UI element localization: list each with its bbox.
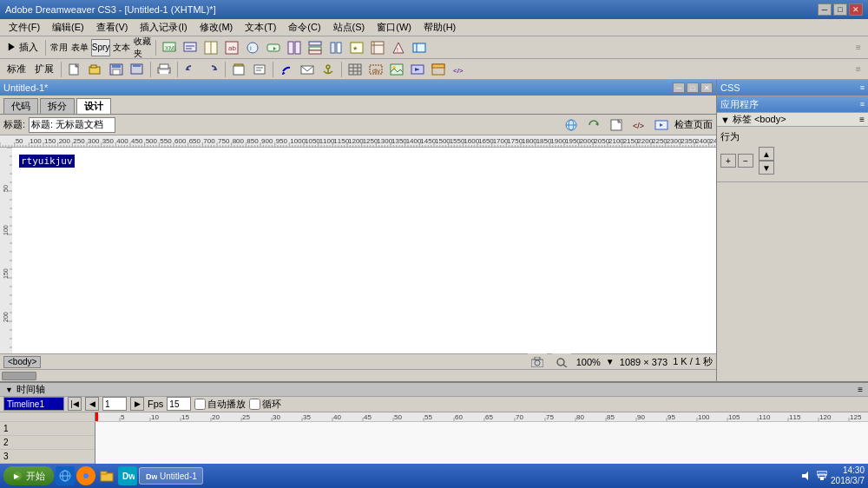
volume-icon[interactable] — [799, 469, 813, 483]
menu-site[interactable]: 站点(S) — [328, 19, 371, 36]
h-scrollbar-thumb[interactable] — [2, 372, 36, 380]
fps-label: Fps — [148, 399, 163, 409]
open-btn[interactable] — [86, 61, 105, 78]
tab-text[interactable]: 文本 — [112, 39, 131, 56]
menu-help[interactable]: 帮助(H) — [418, 19, 461, 36]
spry-btn-9[interactable] — [326, 39, 345, 56]
tag-sub-header[interactable]: ▼ 标签 <body> ≡ — [717, 113, 868, 127]
page-title-label: 标题: — [3, 118, 25, 131]
loop-checkbox[interactable] — [249, 399, 260, 410]
css-panel-header[interactable]: CSS ≡ — [717, 80, 868, 96]
anchor-btn[interactable] — [319, 61, 338, 78]
template-btn[interactable] — [429, 61, 448, 78]
folder-icon[interactable] — [97, 466, 116, 485]
menu-command[interactable]: 命令(C) — [283, 19, 326, 36]
start-button[interactable]: ▶ 开始 — [3, 466, 54, 485]
table-btn[interactable] — [345, 61, 365, 78]
menu-edit[interactable]: 编辑(E) — [47, 19, 89, 36]
paste-btn[interactable] — [229, 61, 248, 78]
world-icon[interactable] — [562, 116, 581, 134]
menu-view[interactable]: 查看(V) — [91, 19, 134, 36]
spry-btn-8[interactable] — [306, 39, 325, 56]
spry-btn-3[interactable] — [201, 39, 220, 56]
zoom-icon[interactable] — [552, 353, 571, 371]
file-icon[interactable] — [607, 116, 626, 134]
tag-btn[interactable]: </> — [450, 61, 469, 78]
spry-btn-4[interactable]: ab — [222, 39, 241, 56]
div-btn[interactable]: div — [366, 61, 385, 78]
svg-point-48 — [326, 65, 330, 69]
camera-icon[interactable] — [528, 353, 547, 371]
doc-minimize[interactable]: ─ — [673, 82, 685, 93]
code-icon[interactable]: </> — [629, 116, 648, 134]
doc-close[interactable]: ✕ — [700, 82, 713, 93]
tab-favorites[interactable]: 收藏夹 — [133, 39, 152, 56]
image-btn[interactable] — [387, 61, 406, 78]
timeline-fps[interactable] — [167, 397, 191, 411]
timeline-name[interactable]: Timeline1 — [3, 397, 64, 411]
tab-common[interactable]: 常用 — [49, 39, 69, 56]
ie-icon[interactable] — [56, 466, 75, 485]
hyperlink-btn[interactable] — [277, 61, 296, 78]
spry-btn-1[interactable]: XML — [160, 39, 179, 56]
design-canvas[interactable]: rtyuikjuv — [12, 148, 716, 353]
timeline-back[interactable]: ◀ — [85, 397, 99, 411]
spry-btn-7[interactable] — [285, 39, 304, 56]
spry-btn-6[interactable] — [264, 39, 283, 56]
menu-window[interactable]: 窗口(W) — [372, 19, 417, 36]
print-btn[interactable] — [155, 61, 174, 78]
toolbar2-grip: ≡ — [852, 63, 865, 76]
refresh-icon[interactable] — [584, 116, 603, 134]
spry-btn-12[interactable]: ! — [389, 39, 408, 56]
taskbar-active-app[interactable]: Dw Untitled-1 — [139, 467, 203, 485]
save-btn[interactable] — [107, 61, 126, 78]
save-all-btn[interactable] — [128, 61, 147, 78]
doc-restore[interactable]: □ — [687, 82, 699, 93]
menu-insert[interactable]: 插入记录(I) — [135, 19, 192, 36]
tag-indicator[interactable]: <body> — [3, 356, 41, 368]
media-btn[interactable] — [408, 61, 427, 78]
menu-text[interactable]: 文本(T) — [240, 19, 281, 36]
firefox-icon[interactable] — [76, 466, 95, 485]
tab-design[interactable]: 设计 — [76, 98, 111, 114]
behavior-up-btn[interactable]: ▲ — [759, 147, 774, 161]
behavior-remove-btn[interactable]: − — [738, 154, 753, 168]
spry-btn-2[interactable] — [181, 39, 200, 56]
tab-split[interactable]: 拆分 — [40, 98, 75, 114]
timeline-header: ▼ 时间轴 ≡ — [0, 383, 868, 397]
email-btn[interactable] — [298, 61, 317, 78]
redo-btn[interactable] — [202, 61, 221, 78]
svg-point-84 — [83, 473, 89, 478]
new-btn[interactable] — [65, 61, 84, 78]
timeline-prev[interactable]: |◀ — [68, 397, 82, 411]
h-scrollbar[interactable] — [0, 369, 716, 381]
tab-form[interactable]: 表单 — [70, 39, 89, 56]
network-icon[interactable] — [815, 469, 829, 483]
timeline-forward[interactable]: ▶ — [130, 397, 144, 411]
spry-btn-13[interactable] — [410, 39, 429, 56]
behavior-down-btn[interactable]: ▼ — [759, 161, 774, 175]
doc-title: Untitled-1* — [3, 82, 48, 93]
tab-spry[interactable]: Spry — [91, 39, 110, 56]
menu-modify[interactable]: 修改(M) — [194, 19, 239, 36]
spry-btn-5[interactable]: i — [243, 39, 262, 56]
minimize-btn[interactable]: ─ — [818, 3, 832, 16]
system-clock[interactable]: 14:30 2018/3/7 — [831, 465, 865, 486]
menu-file[interactable]: 文件(F) — [3, 19, 45, 36]
paste-text-btn[interactable] — [250, 61, 269, 78]
page-title-input[interactable] — [29, 117, 115, 133]
tab-code[interactable]: 代码 — [3, 98, 38, 114]
app-panel-header[interactable]: 应用程序 ≡ — [717, 96, 868, 112]
undo-btn[interactable] — [181, 61, 201, 78]
spry-btn-10[interactable]: ★ — [347, 39, 366, 56]
preview-icon[interactable] — [652, 116, 671, 134]
autoplay-checkbox[interactable] — [194, 399, 206, 410]
spry-btn-11[interactable] — [368, 39, 387, 56]
app-section: 应用程序 ≡ — [717, 96, 868, 113]
timeline-track-area[interactable] — [95, 422, 868, 464]
restore-btn[interactable]: □ — [833, 3, 847, 16]
dw-icon[interactable]: Dw — [118, 466, 137, 485]
behavior-add-btn[interactable]: + — [720, 154, 736, 168]
timeline-frame[interactable] — [102, 397, 127, 411]
close-btn[interactable]: ✕ — [849, 3, 863, 16]
